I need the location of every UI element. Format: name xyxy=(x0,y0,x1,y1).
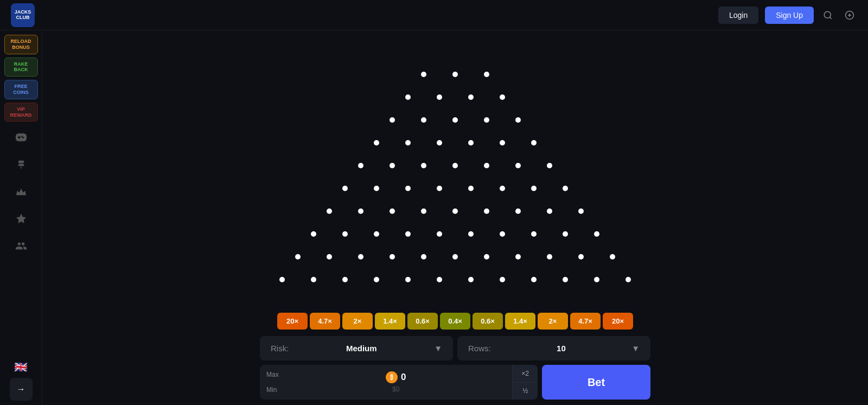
controls-row2: Max Min ₿ 0 $0 xyxy=(260,365,650,400)
peg xyxy=(578,254,584,260)
sidebar-item-reload[interactable]: RELOAD BONUS xyxy=(4,35,38,54)
peg xyxy=(563,277,568,282)
sidebar: RELOAD BONUS RAKE BACK FREE COINS VIP RE… xyxy=(0,30,42,405)
bet-amount-display[interactable]: ₿ 0 $0 xyxy=(279,365,512,400)
peg xyxy=(295,254,301,260)
sidebar-item-favorites[interactable] xyxy=(10,207,33,230)
peg xyxy=(484,208,489,214)
language-flag[interactable]: 🇬🇧 xyxy=(14,360,28,374)
peg xyxy=(374,277,379,282)
peg xyxy=(610,254,615,260)
peg xyxy=(421,117,426,123)
rows-dropdown[interactable]: Rows: 10 ▼ xyxy=(457,336,650,360)
peg xyxy=(515,208,521,214)
peg xyxy=(500,186,505,191)
sidebar-item-vip-crown[interactable] xyxy=(10,180,33,203)
peg xyxy=(547,254,552,260)
rows-label: Rows: xyxy=(468,344,491,353)
peg-row xyxy=(282,245,628,268)
peg xyxy=(531,186,537,191)
header: JACKS CLUB Login Sign Up xyxy=(0,0,868,30)
risk-dropdown[interactable]: Risk: Medium ▼ xyxy=(260,336,453,360)
peg xyxy=(563,231,568,237)
bet-usd-value: $0 xyxy=(392,385,399,393)
rows-chevron-icon: ▼ xyxy=(631,344,640,353)
peg xyxy=(468,231,474,237)
multiplier-box: 0.6× xyxy=(473,313,503,330)
peg xyxy=(484,163,489,168)
peg xyxy=(327,208,332,214)
peg-row xyxy=(361,131,550,154)
bet-button[interactable]: Bet xyxy=(542,365,650,400)
peg xyxy=(500,140,505,145)
peg xyxy=(531,231,537,237)
search-icon[interactable] xyxy=(820,8,835,23)
peg xyxy=(468,277,474,282)
peg xyxy=(358,254,363,260)
peg xyxy=(547,208,552,214)
half-bet-button[interactable]: ½ xyxy=(513,383,538,400)
login-button[interactable]: Login xyxy=(718,7,758,24)
multiplier-row: 20×4.7×2×1.4×0.6×0.4×0.6×1.4×2×4.7×20× xyxy=(277,313,633,330)
peg xyxy=(390,163,395,168)
peg-row xyxy=(298,223,612,245)
peg xyxy=(578,208,584,214)
peg xyxy=(421,163,426,168)
peg xyxy=(342,186,348,191)
menu-icon[interactable] xyxy=(842,8,857,23)
signup-button[interactable]: Sign Up xyxy=(765,7,814,24)
bet-amount-value: 0 xyxy=(401,372,406,383)
peg xyxy=(452,208,458,214)
peg xyxy=(484,254,489,260)
sidebar-item-free-coins[interactable]: FREE COINS xyxy=(4,80,38,99)
peg xyxy=(500,94,505,100)
peg xyxy=(468,140,474,145)
peg xyxy=(374,231,379,237)
game-area: 20×4.7×2×1.4×0.6×0.4×0.6×1.4×2×4.7×20× R… xyxy=(42,30,868,405)
risk-value: Medium xyxy=(346,344,377,353)
logo: JACKS CLUB xyxy=(11,3,35,27)
peg xyxy=(342,231,348,237)
peg xyxy=(405,94,411,100)
min-label: Min xyxy=(260,386,279,394)
bet-labels: Max Min xyxy=(260,365,279,400)
peg xyxy=(547,163,552,168)
peg xyxy=(515,117,521,123)
peg xyxy=(531,277,537,282)
controls-area: Risk: Medium ▼ Rows: 10 ▼ Max Min xyxy=(260,336,650,400)
bet-input-area: Max Min ₿ 0 $0 xyxy=(260,365,538,400)
sidebar-item-tournaments[interactable] xyxy=(10,153,33,176)
peg-row xyxy=(345,154,565,177)
svg-point-0 xyxy=(824,11,831,18)
peg xyxy=(626,277,631,282)
multiplier-box: 0.4× xyxy=(440,313,470,330)
peg xyxy=(311,231,316,237)
peg xyxy=(421,254,426,260)
multiplier-box: 2× xyxy=(538,313,568,330)
sidebar-item-vip[interactable]: VIP REWARD xyxy=(4,103,38,122)
peg xyxy=(311,277,316,282)
multiplier-box: 0.6× xyxy=(407,313,438,330)
double-bet-button[interactable]: ×2 xyxy=(513,365,538,383)
peg xyxy=(484,117,489,123)
sidebar-toggle-button[interactable]: → xyxy=(10,378,33,401)
sidebar-item-games[interactable] xyxy=(10,126,33,149)
peg xyxy=(452,163,458,168)
peg xyxy=(437,231,442,237)
peg xyxy=(594,277,599,282)
bitcoin-icon: ₿ xyxy=(386,371,398,383)
multiplier-box: 20× xyxy=(277,313,308,330)
sidebar-item-rake[interactable]: RAKE BACK xyxy=(4,58,38,77)
logo-text: JACKS CLUB xyxy=(15,10,31,21)
plinko-board xyxy=(266,41,644,307)
peg xyxy=(390,254,395,260)
peg xyxy=(279,277,285,282)
sidebar-item-referral[interactable] xyxy=(10,235,33,257)
multiplier-box: 4.7× xyxy=(310,313,340,330)
peg xyxy=(452,72,458,77)
peg xyxy=(452,117,458,123)
peg xyxy=(500,277,505,282)
multiplier-box: 1.4× xyxy=(505,313,535,330)
controls-row1: Risk: Medium ▼ Rows: 10 ▼ xyxy=(260,336,650,360)
peg xyxy=(358,208,363,214)
